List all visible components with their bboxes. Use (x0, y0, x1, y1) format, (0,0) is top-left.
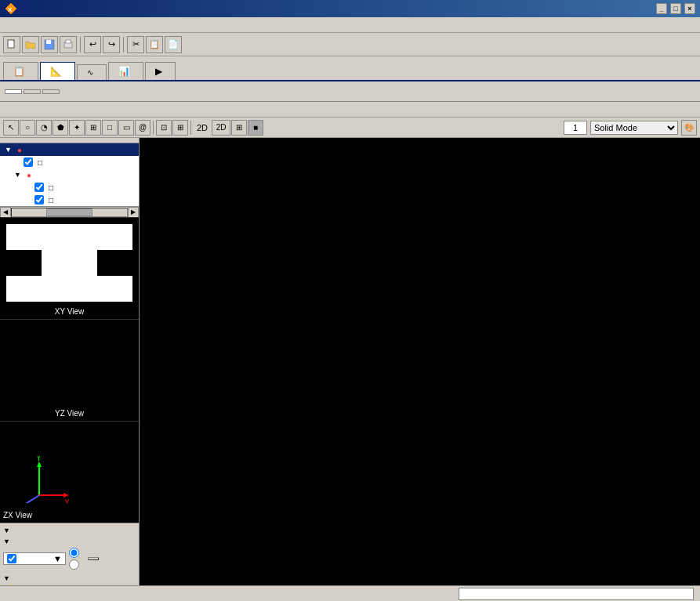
menu-bar (0, 17, 700, 33)
tree-check-ana[interactable] (34, 195, 44, 205)
apply-material-button[interactable] (88, 557, 99, 560)
scroll-left[interactable]: ◀ (0, 207, 11, 218)
title-bar: X _ □ × (0, 0, 700, 17)
electric-radio[interactable] (69, 548, 79, 558)
tree-item-alt-patch[interactable]: □ (0, 181, 139, 194)
svg-line-14 (22, 495, 39, 503)
tab-view[interactable] (5, 89, 22, 94)
close-button[interactable]: × (684, 3, 695, 14)
left-panel: ▼ ● □ ▼ ● (0, 138, 140, 585)
rect2-tool[interactable]: ▭ (118, 120, 134, 136)
tree-check-ust[interactable] (24, 157, 33, 167)
solid-mode-select[interactable]: Solid Mode Wireframe Mode Transparent Mo… (590, 121, 678, 135)
star-tool[interactable]: ✦ (69, 120, 85, 136)
xy-small-viewport[interactable]: XY View (0, 217, 139, 319)
geo-arrow: ▼ (3, 574, 10, 582)
tree-arrow-0: ▼ (5, 146, 14, 154)
tab-summary[interactable]: 📋 (3, 62, 38, 80)
2d-btn[interactable]: 2D (212, 120, 230, 136)
copy-button[interactable]: 📋 (146, 36, 163, 53)
file-menu[interactable] (3, 24, 16, 27)
tree-item-ana-patch[interactable]: □ (0, 194, 139, 206)
geometry-section: ▼ 💡 Millimeters Meters (3, 574, 136, 585)
geometry-header: ▼ (3, 574, 136, 582)
library-menu[interactable] (3, 109, 13, 110)
stack-tool[interactable]: ⊞ (85, 120, 101, 136)
print-button[interactable] (60, 36, 77, 53)
view-mode-btn[interactable]: 🎨 (681, 120, 697, 136)
undo-button[interactable]: ↩ (84, 36, 101, 53)
circle-tool[interactable]: ○ (20, 120, 35, 136)
object-tree-header (0, 138, 139, 143)
maximize-button[interactable]: □ (670, 3, 681, 14)
tree-scrollbar-track[interactable] (11, 208, 128, 217)
object-properties-header: ▼ (3, 527, 136, 534)
tree-check-alt[interactable] (34, 183, 44, 192)
svg-marker-12 (63, 493, 69, 498)
electric-radio-row (69, 548, 82, 558)
object-properties-panel: ▼ ▼ ▼ (0, 523, 139, 585)
cut-button[interactable]: ✂ (127, 36, 144, 53)
selected-objects-menu[interactable] (22, 109, 31, 110)
tree-scrollbar-thumb[interactable] (46, 208, 92, 216)
material-arrow: ▼ (3, 538, 10, 545)
zoom-fit[interactable]: ⊡ (156, 120, 172, 136)
minimize-button[interactable]: _ (656, 3, 667, 14)
tab-run-parameters[interactable]: ∿ (77, 64, 107, 80)
tree-scrollbar[interactable]: ◀ ▶ (0, 206, 139, 217)
redo-button[interactable]: ↪ (103, 36, 120, 53)
zx-axis: Y X Z (16, 456, 71, 505)
viewport-area (140, 138, 700, 585)
tab-geometry[interactable]: 📐 (40, 62, 75, 80)
draw-toolbar: ↖ ○ ◔ ⬟ ✦ ⊞ □ ▭ @ ⊡ ⊞ 2D 2D ⊞ ■ Solid Mo… (0, 118, 700, 138)
svg-rect-2 (8, 40, 14, 48)
material-checkbox[interactable] (7, 554, 16, 563)
scroll-right[interactable]: ▶ (128, 207, 139, 218)
zoom-in[interactable]: ⊞ (172, 120, 188, 136)
material-select[interactable]: ▼ (3, 552, 66, 565)
arc-tool[interactable]: ◔ (36, 120, 52, 136)
tree-item-subtraction-e1[interactable]: ▼ ● (0, 143, 139, 156)
spiral-tool[interactable]: @ (135, 120, 151, 136)
yz-small-viewport[interactable]: YZ View (0, 319, 139, 421)
slice-control: Solid Mode Wireframe Mode Transparent Mo… (560, 120, 697, 136)
rect-tool[interactable]: □ (102, 120, 118, 136)
slice-input[interactable] (564, 121, 587, 135)
tree-item-ust-patch[interactable]: □ (0, 156, 139, 168)
tab-request-results[interactable]: 📊 (108, 62, 143, 80)
grid-btn[interactable]: ⊞ (231, 120, 247, 136)
toolbar-sep-1 (80, 37, 81, 52)
status-right-panel (459, 588, 694, 600)
zx-small-viewport[interactable]: Y X Z ZX View (0, 421, 139, 523)
tools-menu[interactable] (31, 109, 41, 110)
tab-adaptive-mesh[interactable] (42, 89, 60, 94)
save-button[interactable] (41, 36, 58, 53)
magnetic-radio-row (69, 559, 82, 570)
new-button[interactable] (3, 36, 20, 53)
sec-edit-menu[interactable] (13, 109, 22, 110)
material-dropdown-icon[interactable]: ▼ (53, 554, 62, 563)
yz-small-label: YZ View (55, 409, 84, 418)
sec-view-menu[interactable] (41, 109, 50, 110)
view-tab-bar (0, 81, 700, 102)
paste-button[interactable]: 📄 (165, 36, 182, 53)
extra-btn[interactable]: ■ (248, 120, 263, 136)
xy-small-label: XY View (55, 307, 84, 316)
obj-props-arrow: ▼ (3, 527, 10, 534)
window-controls: _ □ × (656, 3, 695, 14)
svg-text:Y: Y (36, 456, 42, 462)
help-menu[interactable] (41, 24, 53, 27)
material-section: ▼ ▼ (3, 538, 136, 570)
run-menu[interactable] (28, 24, 41, 27)
main-tab-bar: 📋 📐 ∿ 📊 ▶ (0, 56, 700, 81)
magnetic-radio[interactable] (69, 559, 79, 570)
tab-mesh[interactable] (24, 89, 41, 94)
select-tool[interactable]: ↖ (3, 120, 19, 136)
tree-item-subtraction2[interactable]: ▼ ● (0, 168, 139, 181)
poly-tool[interactable]: ⬟ (53, 120, 68, 136)
results-icon: ▶ (155, 66, 162, 77)
tree-icon-1: □ (34, 157, 45, 168)
edit-menu[interactable] (16, 24, 28, 27)
open-button[interactable] (22, 36, 39, 53)
tab-results[interactable]: ▶ (145, 62, 176, 80)
